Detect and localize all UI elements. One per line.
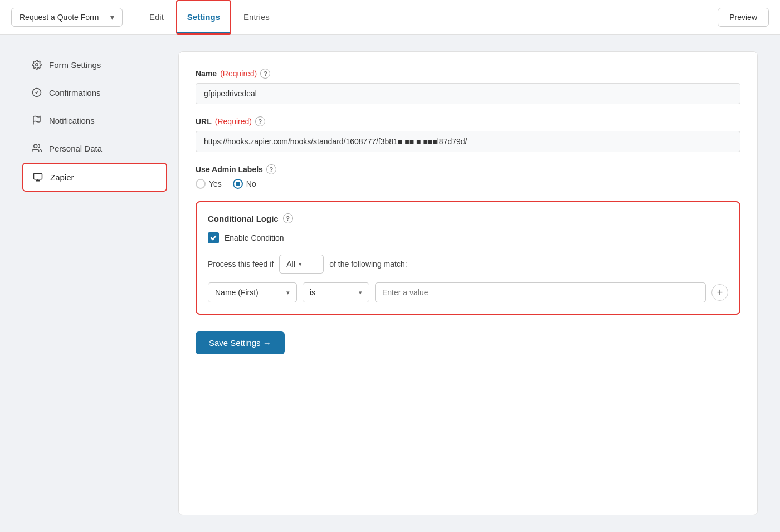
users-icon [31,143,42,154]
operator-chevron-icon: ▾ [359,289,362,296]
sidebar-item-personal-data[interactable]: Personal Data [22,135,167,162]
sidebar-item-confirmations[interactable]: Confirmations [22,79,167,106]
add-condition-button[interactable]: + [711,284,728,301]
preview-button[interactable]: Preview [718,8,769,27]
save-settings-button[interactable]: Save Settings → [196,331,285,354]
name-field-group: Name (Required) ? [196,69,740,104]
tab-settings[interactable]: Settings [176,0,231,35]
check-circle-icon [31,87,42,98]
conditional-logic-help-icon[interactable]: ? [283,213,293,223]
all-chevron-icon: ▾ [299,261,302,268]
field-select-dropdown[interactable]: Name (First) ▾ [208,282,297,302]
radio-no-circle [233,179,243,189]
sidebar-item-form-settings[interactable]: Form Settings [22,51,167,78]
nav-tabs: Edit Settings Entries [139,0,280,34]
gear-icon [31,59,42,70]
sidebar-item-label: Notifications [49,116,95,125]
radio-yes[interactable]: Yes [196,179,222,189]
field-select-chevron-icon: ▾ [286,289,290,296]
name-input[interactable] [196,83,740,104]
enable-condition-label: Enable Condition [225,233,284,242]
sidebar: Form Settings Confirmations Notification… [22,51,167,515]
tab-edit[interactable]: Edit [139,0,174,35]
flag-icon [31,115,42,126]
condition-value-input[interactable] [375,282,706,302]
chevron-down-icon: ▾ [110,13,114,22]
radio-no[interactable]: No [233,179,256,189]
sidebar-item-label: Confirmations [49,88,101,97]
top-nav: Request a Quote Form ▾ Edit Settings Ent… [0,0,780,35]
of-following-text: of the following match: [329,260,407,269]
tab-entries[interactable]: Entries [233,0,280,35]
svg-rect-4 [34,173,42,179]
name-required-text: (Required) [220,69,257,78]
name-help-icon[interactable]: ? [260,69,270,79]
svg-point-0 [36,64,38,66]
radio-yes-label: Yes [209,179,222,188]
sidebar-item-label: Zapier [50,173,74,182]
radio-yes-circle [196,179,206,189]
condition-fields-row: Name (First) ▾ is ▾ + [208,282,728,302]
sidebar-item-zapier[interactable]: Zapier [22,163,167,192]
radio-no-label: No [246,179,256,188]
admin-labels-group: Use Admin Labels ? Yes No [196,164,740,189]
name-field-label: Name (Required) ? [196,69,740,79]
main-layout: Form Settings Confirmations Notification… [11,35,769,532]
conditional-logic-box: Conditional Logic ? Enable Condition Pro… [196,201,740,315]
operator-select-dropdown[interactable]: is ▾ [303,282,369,302]
enable-condition-checkbox[interactable] [208,232,219,243]
url-help-icon[interactable]: ? [255,116,265,126]
main-content: Name (Required) ? URL (Required) ? https… [178,51,758,515]
enable-condition-row: Enable Condition [208,232,728,243]
sidebar-item-label: Form Settings [49,60,101,70]
url-required-text: (Required) [215,117,252,126]
form-selector-label: Request a Quote Form [20,13,99,22]
url-field-group: URL (Required) ? https://hooks.zapier.co… [196,116,740,152]
condition-row: Process this feed if All ▾ of the follow… [208,255,728,274]
svg-point-3 [34,144,37,148]
process-text: Process this feed if [208,260,274,269]
admin-labels-radio-group: Yes No [196,179,740,189]
admin-labels-help-icon[interactable]: ? [266,164,276,174]
sidebar-item-notifications[interactable]: Notifications [22,107,167,134]
sidebar-item-label: Personal Data [49,144,102,153]
url-field-label: URL (Required) ? [196,116,740,126]
admin-labels-label: Use Admin Labels ? [196,164,740,174]
form-selector[interactable]: Request a Quote Form ▾ [11,8,123,27]
zapier-icon [32,172,43,183]
all-dropdown[interactable]: All ▾ [279,255,324,274]
url-input[interactable]: https://hooks.zapier.com/hooks/standard/… [196,131,740,152]
conditional-logic-header: Conditional Logic ? [208,213,728,223]
